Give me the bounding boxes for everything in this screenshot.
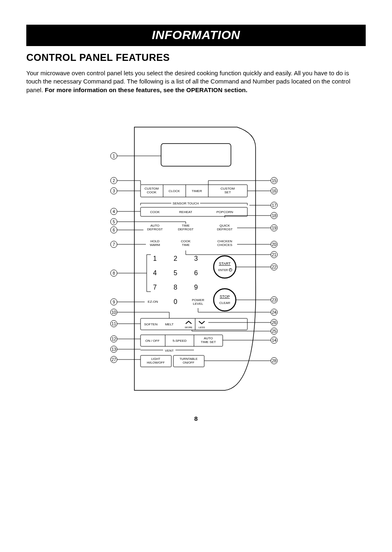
svg-text:24: 24 xyxy=(272,310,277,315)
keypad-8: 8 xyxy=(174,284,178,291)
keypad-3: 3 xyxy=(194,255,198,262)
keypad-1: 1 xyxy=(153,255,157,262)
svg-text:5: 5 xyxy=(113,220,115,224)
svg-point-10 xyxy=(214,256,236,278)
melt-label: MELT xyxy=(165,322,174,326)
svg-text:15: 15 xyxy=(272,179,277,183)
svg-text:27: 27 xyxy=(111,357,116,362)
more-label: MORE xyxy=(185,326,192,329)
turntable-label: TURNTABLEON/OFF xyxy=(180,357,198,364)
ezon-label: EZ-ON xyxy=(148,300,158,304)
banner-title: INFORMATION xyxy=(26,25,366,46)
keypad-2: 2 xyxy=(174,255,178,262)
svg-text:20: 20 xyxy=(272,242,277,247)
svg-text:14: 14 xyxy=(272,338,277,343)
vent-group-label: VENT xyxy=(165,349,173,353)
clock-label: CLOCK xyxy=(168,189,180,193)
svg-text:6: 6 xyxy=(113,228,115,232)
svg-text:10: 10 xyxy=(111,310,116,315)
start-label: START xyxy=(219,262,231,266)
less-label: LESS xyxy=(198,326,205,329)
keypad-4: 4 xyxy=(153,269,157,276)
svg-text:18: 18 xyxy=(272,213,277,218)
time-defrost-label: TIMEDEFROST xyxy=(178,224,194,231)
intro-bold: For more information on these features, … xyxy=(45,86,247,93)
stop-label: STOP xyxy=(220,295,230,299)
svg-text:26: 26 xyxy=(272,320,277,325)
intro-paragraph: Your microwave oven control panel lets y… xyxy=(26,69,366,94)
svg-text:8: 8 xyxy=(113,271,115,276)
sensor-popcorn-label: POPCORN xyxy=(217,210,233,214)
light-label: LIGHTHI/LOW/OFF xyxy=(147,357,165,364)
auto-defrost-label: AUTODEFROST xyxy=(147,224,163,231)
svg-text:9: 9 xyxy=(113,300,115,304)
power-level-label: POWERLEVEL xyxy=(192,298,204,306)
clear-label: CLEAR xyxy=(219,301,231,305)
hold-warm-label: HOLDWARM xyxy=(150,239,160,247)
vent-speed-label: 5-SPEED xyxy=(173,339,187,343)
svg-rect-0 xyxy=(161,144,231,166)
svg-text:2: 2 xyxy=(113,179,115,183)
svg-text:13: 13 xyxy=(111,347,116,352)
svg-text:1: 1 xyxy=(113,154,115,158)
keypad-0: 0 xyxy=(174,298,178,305)
svg-text:11: 11 xyxy=(111,322,116,326)
timer-label: TIMER xyxy=(192,189,202,193)
enter-label: ENTER xyxy=(218,269,228,271)
svg-text:12: 12 xyxy=(111,337,116,341)
vent-auto-time-label: AUTOTIME SET xyxy=(201,336,216,344)
page-number: 8 xyxy=(26,415,366,422)
keypad-7: 7 xyxy=(153,284,157,291)
keypad-5: 5 xyxy=(174,269,178,276)
control-panel-diagram: CUSTOMCOOK CLOCK TIMER CUSTOMSET SENSOR … xyxy=(26,119,366,399)
svg-point-12 xyxy=(214,289,236,311)
chicken-choices-label: CHICKENCHOICES xyxy=(217,239,232,247)
keypad-9: 9 xyxy=(194,284,198,291)
svg-text:3: 3 xyxy=(113,189,115,193)
svg-text:7: 7 xyxy=(113,242,115,247)
custom-cook-label: CUSTOMCOOK xyxy=(145,187,159,194)
svg-text:17: 17 xyxy=(272,203,277,208)
custom-set-label: CUSTOMSET xyxy=(221,187,235,194)
sensor-reheat-label: REHEAT xyxy=(179,210,192,214)
soften-label: SOFTEN xyxy=(144,322,158,326)
cook-time-label: COOKTIME xyxy=(181,239,191,247)
vent-onoff-label: ON / OFF xyxy=(145,339,160,343)
sensor-touch-label: SENSOR TOUCH xyxy=(173,202,199,205)
svg-text:19: 19 xyxy=(272,226,277,230)
sensor-cook-label: COOK xyxy=(150,210,160,214)
svg-text:16: 16 xyxy=(272,189,277,193)
svg-text:28: 28 xyxy=(272,359,277,363)
keypad-6: 6 xyxy=(194,269,198,276)
svg-text:23: 23 xyxy=(272,298,277,302)
svg-text:25: 25 xyxy=(272,329,277,334)
quick-defrost-label: QUICKDEFROST xyxy=(217,224,233,231)
section-title: CONTROL PANEL FEATURES xyxy=(26,52,366,63)
svg-text:22: 22 xyxy=(272,265,277,269)
svg-text:21: 21 xyxy=(272,253,277,257)
svg-text:4: 4 xyxy=(113,209,115,214)
